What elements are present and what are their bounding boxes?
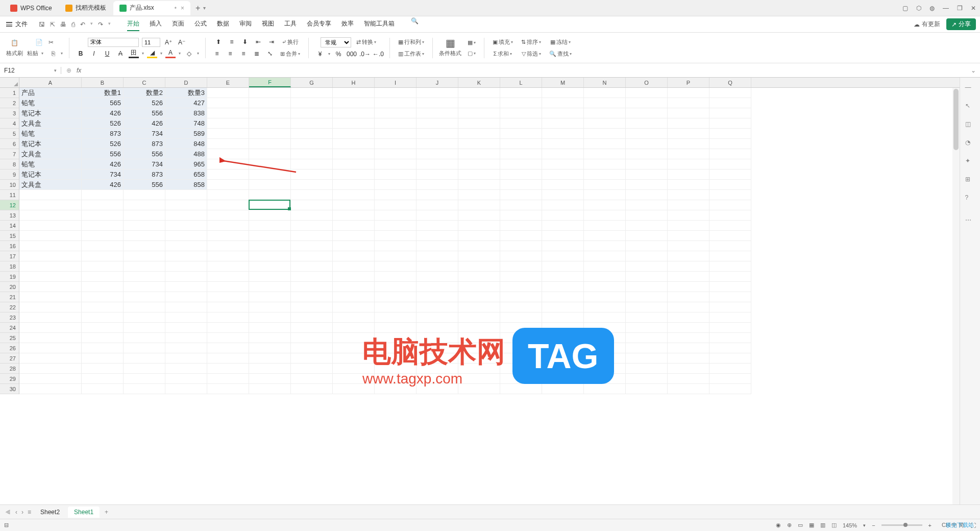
- cell-K5[interactable]: [458, 129, 500, 139]
- col-header-C[interactable]: C: [124, 78, 165, 87]
- cell-D16[interactable]: [165, 241, 207, 251]
- name-box[interactable]: F12 ▾: [0, 67, 61, 74]
- cell-G20[interactable]: [291, 282, 333, 292]
- align-justify-icon[interactable]: ≣: [252, 49, 262, 58]
- cell-G15[interactable]: [291, 231, 333, 241]
- row-header-16[interactable]: 16: [0, 241, 19, 251]
- cell-O20[interactable]: [626, 282, 668, 292]
- cell-F3[interactable]: [249, 108, 291, 118]
- cell-A20[interactable]: [19, 282, 82, 292]
- app-tab[interactable]: WPS Office: [4, 1, 58, 15]
- cell-O29[interactable]: [626, 374, 668, 384]
- cell-H18[interactable]: [333, 261, 375, 272]
- cube-icon[interactable]: ⬡: [916, 5, 921, 12]
- cell-P3[interactable]: [668, 108, 709, 118]
- cell-M13[interactable]: [542, 210, 584, 221]
- tab-insert[interactable]: 插入: [150, 17, 162, 31]
- cell-A30[interactable]: [19, 384, 82, 394]
- border-button[interactable]: 田: [129, 49, 139, 58]
- cell-C10[interactable]: 556: [124, 180, 165, 190]
- cell-A16[interactable]: [19, 241, 82, 251]
- cell-H22[interactable]: [333, 302, 375, 312]
- cell-B12[interactable]: [82, 200, 124, 210]
- cell-D4[interactable]: 748: [165, 118, 207, 129]
- align-left-icon[interactable]: ≡: [212, 49, 222, 58]
- italic-button[interactable]: I: [89, 49, 99, 58]
- eye-icon[interactable]: ◉: [776, 522, 781, 528]
- cell-Q26[interactable]: [709, 343, 751, 353]
- share-button[interactable]: ↗ 分享: [946, 18, 976, 30]
- cell-L17[interactable]: [500, 251, 542, 261]
- cell-A17[interactable]: [19, 251, 82, 261]
- cell-E30[interactable]: [207, 384, 249, 394]
- cell-F24[interactable]: [249, 323, 291, 333]
- qat-caret-icon[interactable]: ▾: [108, 21, 111, 28]
- cell-D12[interactable]: [165, 200, 207, 210]
- cell-Q30[interactable]: [709, 384, 751, 394]
- cell-Q21[interactable]: [709, 292, 751, 302]
- cell-F27[interactable]: [249, 353, 291, 364]
- cell-I9[interactable]: [375, 170, 416, 180]
- cell-B26[interactable]: [82, 343, 124, 353]
- cell-H24[interactable]: [333, 323, 375, 333]
- thousands-icon[interactable]: 000: [347, 50, 357, 59]
- cell-D17[interactable]: [165, 251, 207, 261]
- cell-M11[interactable]: [542, 190, 584, 200]
- cell-H3[interactable]: [333, 108, 375, 118]
- cell-A28[interactable]: [19, 364, 82, 374]
- col-header-K[interactable]: K: [458, 78, 500, 87]
- cell-C1[interactable]: 数量2: [124, 88, 165, 98]
- cell-M30[interactable]: [542, 384, 584, 394]
- font-size-select[interactable]: [142, 38, 160, 47]
- save-icon[interactable]: 🖫: [39, 21, 45, 28]
- cell-C5[interactable]: 734: [124, 129, 165, 139]
- cell-E26[interactable]: [207, 343, 249, 353]
- tab-page[interactable]: 页面: [172, 17, 184, 31]
- cell-M19[interactable]: [542, 272, 584, 282]
- cell-M1[interactable]: [542, 88, 584, 98]
- cell-N23[interactable]: [584, 312, 626, 323]
- cell-I3[interactable]: [375, 108, 416, 118]
- cell-K15[interactable]: [458, 231, 500, 241]
- more-icon[interactable]: ⋯: [965, 216, 975, 227]
- row-header-10[interactable]: 10: [0, 180, 19, 190]
- row-header-5[interactable]: 5: [0, 129, 19, 139]
- cell-P9[interactable]: [668, 170, 709, 180]
- row-header-6[interactable]: 6: [0, 139, 19, 149]
- panel-icon[interactable]: ▢: [902, 5, 908, 12]
- cell-A15[interactable]: [19, 231, 82, 241]
- cell-H14[interactable]: [333, 221, 375, 231]
- cell-I24[interactable]: [375, 323, 416, 333]
- cell-M8[interactable]: [542, 159, 584, 170]
- copy-caret-icon[interactable]: ▾: [61, 51, 63, 56]
- cell-O22[interactable]: [626, 302, 668, 312]
- worksheet-button[interactable]: ▥ 工作表▾: [396, 49, 426, 59]
- cell-J16[interactable]: [416, 241, 458, 251]
- cell-P26[interactable]: [668, 343, 709, 353]
- cell-Q4[interactable]: [709, 118, 751, 129]
- cell-I17[interactable]: [375, 251, 416, 261]
- cell-P5[interactable]: [668, 129, 709, 139]
- cell-G12[interactable]: [291, 200, 333, 210]
- undo-icon[interactable]: ↶: [80, 21, 85, 28]
- cell-O5[interactable]: [626, 129, 668, 139]
- cell-O12[interactable]: [626, 200, 668, 210]
- cell-E13[interactable]: [207, 210, 249, 221]
- cell-L22[interactable]: [500, 302, 542, 312]
- format-painter-icon[interactable]: 📋: [10, 38, 19, 47]
- row-header-22[interactable]: 22: [0, 302, 19, 312]
- paste-icon[interactable]: 📄: [34, 38, 43, 47]
- col-header-O[interactable]: O: [626, 78, 668, 87]
- cell-C21[interactable]: [124, 292, 165, 302]
- cell-D24[interactable]: [165, 323, 207, 333]
- cell-D30[interactable]: [165, 384, 207, 394]
- cell-B29[interactable]: [82, 374, 124, 384]
- cell-J13[interactable]: [416, 210, 458, 221]
- cell-O11[interactable]: [626, 190, 668, 200]
- cell-K14[interactable]: [458, 221, 500, 231]
- cell-A27[interactable]: [19, 353, 82, 364]
- cell-I20[interactable]: [375, 282, 416, 292]
- cell-D10[interactable]: 858: [165, 180, 207, 190]
- cell-G16[interactable]: [291, 241, 333, 251]
- cell-D27[interactable]: [165, 353, 207, 364]
